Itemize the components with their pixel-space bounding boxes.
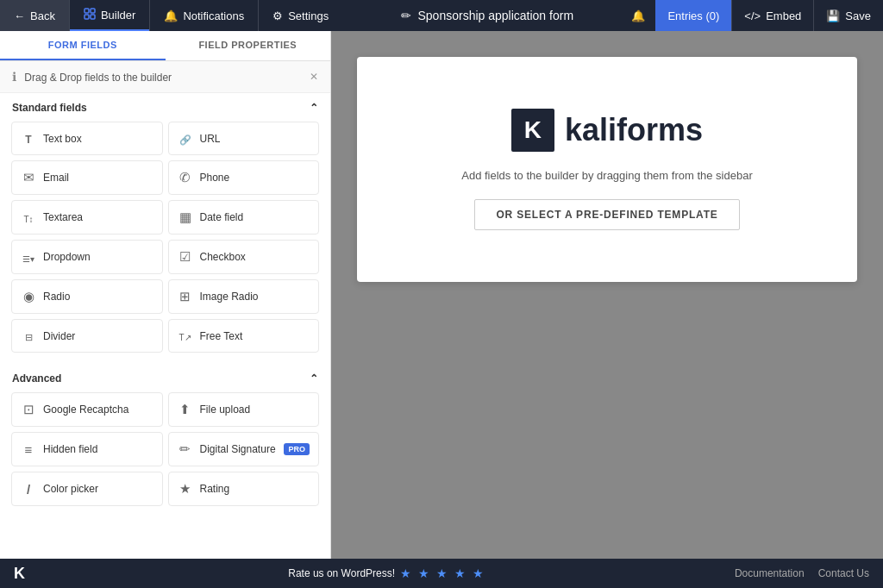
form-title: Sponsorship application form bbox=[418, 9, 574, 22]
divider-icon bbox=[21, 328, 36, 343]
date-icon bbox=[178, 210, 193, 225]
field-phone[interactable]: Phone bbox=[168, 160, 320, 195]
checkbox-icon bbox=[178, 249, 193, 265]
field-divider[interactable]: Divider bbox=[11, 319, 163, 353]
notifications-button[interactable]: 🔔 Notifications bbox=[150, 0, 258, 31]
field-color-picker[interactable]: Color picker bbox=[11, 472, 163, 506]
main-layout: Form Fields Field Properties ℹ Drag & Dr… bbox=[0, 31, 883, 588]
drag-hint-bar: ℹ Drag & Drop fields to the builder ✕ bbox=[0, 61, 330, 93]
embed-button[interactable]: </> Embed bbox=[731, 0, 813, 31]
form-hint: Add fields to the builder by dragging th… bbox=[461, 169, 752, 182]
field-hidden[interactable]: Hidden field bbox=[11, 432, 163, 466]
entries-button[interactable]: Entries (0) bbox=[655, 0, 731, 31]
collapse-advanced-icon[interactable]: ⌃ bbox=[310, 372, 318, 385]
textarea-label: Textarea bbox=[43, 211, 83, 223]
builder-label: Builder bbox=[101, 9, 135, 22]
field-radio[interactable]: Radio bbox=[11, 279, 163, 314]
rating-label: Rating bbox=[200, 483, 230, 495]
field-recaptcha[interactable]: Google Recaptcha bbox=[11, 392, 163, 427]
field-dropdown[interactable]: Dropdown bbox=[11, 240, 163, 274]
rate-text: Rate us on WordPress! bbox=[288, 567, 395, 579]
template-button[interactable]: OR SELECT A PRE-DEFINED TEMPLATE bbox=[474, 199, 739, 230]
nav-right-actions: Entries (0) </> Embed 💾 Save bbox=[655, 0, 883, 31]
footer-logo: K bbox=[14, 565, 25, 583]
textarea-icon bbox=[21, 210, 36, 225]
back-arrow-icon: ← bbox=[14, 9, 25, 22]
back-label: Back bbox=[30, 9, 55, 22]
text-box-icon bbox=[21, 131, 36, 146]
entries-label: Entries (0) bbox=[667, 9, 719, 22]
footer: K Rate us on WordPress! ★ ★ ★ ★ ★ Docume… bbox=[0, 559, 883, 588]
divider-label: Divider bbox=[43, 330, 75, 342]
field-digital-signature[interactable]: Digital Signature PRO bbox=[168, 432, 320, 466]
email-label: Email bbox=[43, 172, 69, 184]
color-picker-label: Color picker bbox=[43, 483, 98, 495]
advanced-fields-grid: Google Recaptcha File upload Hidden fiel… bbox=[0, 390, 330, 517]
template-btn-label: OR SELECT A PRE-DEFINED TEMPLATE bbox=[496, 209, 717, 221]
svg-rect-0 bbox=[85, 9, 89, 13]
phone-label: Phone bbox=[200, 172, 230, 184]
standard-fields-grid: Text box URL Email Phone Textarea Date f… bbox=[0, 119, 330, 364]
checkbox-label: Checkbox bbox=[200, 251, 246, 263]
notifications-label: Notifications bbox=[183, 9, 244, 22]
field-url[interactable]: URL bbox=[168, 122, 320, 155]
contact-link[interactable]: Contact Us bbox=[818, 567, 869, 579]
field-text-box[interactable]: Text box bbox=[11, 122, 163, 155]
free-text-icon bbox=[178, 328, 193, 343]
form-preview: K kaliforms Add fields to the builder by… bbox=[357, 57, 857, 282]
builder-button[interactable]: Builder bbox=[70, 0, 149, 31]
dropdown-label: Dropdown bbox=[43, 251, 91, 263]
field-textarea[interactable]: Textarea bbox=[11, 200, 163, 235]
field-rating[interactable]: Rating bbox=[168, 472, 320, 506]
field-image-radio[interactable]: Image Radio bbox=[168, 279, 320, 314]
top-nav: ← Back Builder 🔔 Notifications ⚙ Setting… bbox=[0, 0, 883, 31]
image-radio-icon bbox=[178, 289, 193, 304]
image-radio-label: Image Radio bbox=[200, 291, 259, 303]
gear-icon: ⚙ bbox=[272, 9, 283, 22]
rating-icon bbox=[178, 481, 193, 497]
brand-icon: K bbox=[511, 109, 554, 152]
field-checkbox[interactable]: Checkbox bbox=[168, 240, 320, 274]
settings-label: Settings bbox=[288, 9, 329, 22]
url-icon bbox=[178, 131, 193, 146]
field-free-text[interactable]: Free Text bbox=[168, 319, 320, 353]
sidebar: Form Fields Field Properties ℹ Drag & Dr… bbox=[0, 31, 331, 588]
dropdown-icon bbox=[21, 250, 36, 265]
footer-rate: Rate us on WordPress! ★ ★ ★ ★ ★ bbox=[39, 566, 735, 580]
save-label: Save bbox=[845, 9, 871, 22]
field-file-upload[interactable]: File upload bbox=[168, 392, 320, 427]
field-email[interactable]: Email bbox=[11, 160, 163, 195]
field-date[interactable]: Date field bbox=[168, 200, 320, 235]
settings-button[interactable]: ⚙ Settings bbox=[259, 0, 342, 31]
recaptcha-icon bbox=[21, 402, 36, 417]
builder-icon bbox=[84, 8, 96, 22]
hidden-label: Hidden field bbox=[43, 443, 97, 455]
edit-icon: ✏ bbox=[401, 9, 411, 22]
text-box-label: Text box bbox=[43, 133, 82, 145]
close-hint-icon[interactable]: ✕ bbox=[310, 71, 318, 83]
brand-logo: K kaliforms bbox=[511, 109, 703, 152]
tab-form-fields[interactable]: Form Fields bbox=[0, 31, 166, 60]
collapse-standard-icon[interactable]: ⌃ bbox=[310, 102, 318, 114]
advanced-section-label: Advanced bbox=[12, 372, 61, 385]
digital-signature-icon bbox=[178, 441, 193, 457]
notification-bell-icon: 🔔 bbox=[631, 9, 645, 22]
svg-rect-3 bbox=[91, 15, 95, 19]
radio-label: Radio bbox=[43, 291, 70, 303]
svg-rect-1 bbox=[91, 9, 95, 13]
brand-name: kaliforms bbox=[565, 112, 703, 148]
advanced-fields-header: Advanced ⌃ bbox=[0, 364, 330, 390]
url-label: URL bbox=[200, 133, 221, 145]
sidebar-tabs: Form Fields Field Properties bbox=[0, 31, 330, 61]
back-button[interactable]: ← Back bbox=[0, 0, 69, 31]
save-icon: 💾 bbox=[826, 9, 840, 22]
standard-section-label: Standard fields bbox=[12, 102, 87, 114]
file-upload-icon bbox=[178, 402, 193, 417]
radio-icon bbox=[21, 289, 36, 304]
file-upload-label: File upload bbox=[200, 403, 251, 416]
documentation-link[interactable]: Documentation bbox=[735, 567, 805, 579]
free-text-label: Free Text bbox=[200, 330, 243, 342]
drag-hint-text: Drag & Drop fields to the builder bbox=[24, 72, 172, 84]
tab-field-properties[interactable]: Field Properties bbox=[166, 31, 331, 60]
save-button[interactable]: 💾 Save bbox=[813, 0, 883, 31]
